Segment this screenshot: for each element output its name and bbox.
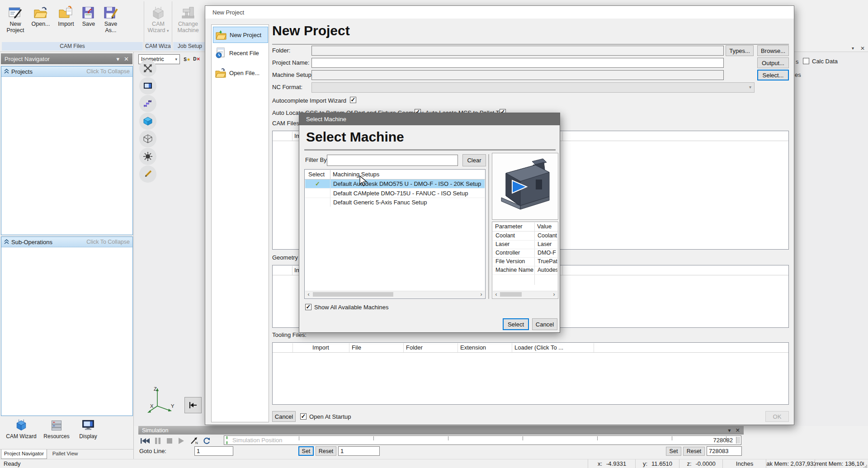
svg-text:Z: Z (154, 386, 157, 392)
save-button[interactable]: Save (79, 4, 99, 42)
simulation-position-slider[interactable]: Simulation Position 728082 (224, 435, 741, 445)
zoom-extents-button[interactable] (139, 60, 156, 77)
nav-item-recent-file[interactable]: Recent File (213, 45, 268, 61)
dialog-ok-button[interactable]: OK (765, 411, 789, 422)
resize-grip[interactable] (863, 463, 867, 467)
calc-data-checkbox[interactable] (803, 58, 809, 64)
scroll-right-icon[interactable]: › (551, 291, 557, 298)
resources-launcher[interactable]: Resources (42, 418, 71, 446)
col-machining-setups[interactable]: Machining Setups (333, 171, 482, 178)
col-select[interactable]: Select (308, 171, 327, 178)
nc-format-combo[interactable]: ▾ (311, 82, 755, 93)
change-machine-button[interactable]: Change Machine (174, 4, 203, 42)
snapshot-icon[interactable]: S★ (183, 55, 192, 64)
save-as-button[interactable]: Save As... (99, 4, 122, 42)
scroll-right-icon[interactable]: › (478, 291, 485, 298)
machine-setup-input[interactable] (311, 70, 724, 80)
tooling-files-table[interactable]: Import File Folder Extension Loader (Cli… (272, 342, 789, 405)
machine-select-button[interactable]: Select... (757, 70, 789, 80)
panel-close-icon[interactable]: ✕ (860, 45, 865, 52)
wireframe-view-button[interactable] (139, 130, 156, 147)
nav-item-open-file[interactable]: Open File... (213, 65, 268, 81)
projects-header[interactable]: Projects Click To Collapse (1, 66, 132, 77)
col-value[interactable]: Value (537, 223, 558, 230)
filter-by-label: Filter By: (305, 156, 328, 163)
calc-data-label: Calc Data (812, 58, 838, 65)
check-icon: ✓ (301, 413, 306, 420)
types-button[interactable]: Types... (726, 45, 754, 56)
col-file[interactable]: File (352, 344, 402, 351)
set-end-button[interactable]: Set (666, 447, 681, 456)
select-machine-cancel-button[interactable]: Cancel (532, 318, 557, 330)
select-machine-select-button[interactable]: Select (503, 318, 529, 330)
set-button[interactable]: Set (298, 446, 314, 456)
sub-operations-tree[interactable] (1, 247, 132, 426)
pause-button[interactable] (155, 437, 161, 446)
scroll-left-icon[interactable]: ‹ (305, 291, 312, 298)
machine-row-selected[interactable]: ✓ Default Autodesk DMO575 U - DMO-F - IS… (305, 180, 485, 188)
steps-view-button[interactable] (139, 95, 156, 112)
dialog-cancel-button[interactable]: Cancel (272, 411, 296, 422)
panel-menu-icon[interactable]: ▾ (728, 427, 731, 434)
show-all-machines-checkbox[interactable]: ✓ (305, 304, 311, 310)
screen-view-button[interactable] (139, 77, 156, 95)
sketch-button[interactable] (139, 165, 156, 183)
light-button[interactable] (139, 148, 156, 165)
line-value-input[interactable] (338, 446, 380, 456)
sub-operations-header[interactable]: Sub-Operations Click To Collapse (1, 237, 132, 247)
slider-end-handle[interactable] (736, 437, 740, 444)
new-project-button[interactable]: New Project (3, 4, 28, 42)
open-button[interactable]: Open... (28, 4, 53, 42)
machine-list-hscrollbar[interactable]: ‹ › (305, 291, 485, 298)
panel-close-icon[interactable]: ✕ (124, 56, 129, 62)
cam-wizard-launcher[interactable]: CAM Wizard (5, 418, 38, 446)
import-button[interactable]: Import (53, 4, 79, 42)
delete-view-icon[interactable]: D✕ (193, 55, 201, 63)
rewind-button[interactable] (140, 437, 150, 446)
stop-button[interactable] (166, 438, 173, 445)
clear-button[interactable]: Clear (462, 154, 486, 166)
reset-end-button[interactable]: Reset (683, 447, 705, 456)
parameter-table-hscrollbar[interactable]: ‹ › (493, 291, 557, 298)
shaded-view-button[interactable] (139, 113, 156, 130)
save-as-icon (99, 4, 122, 21)
output-button[interactable]: Output... (757, 57, 789, 68)
panel-menu-icon[interactable]: ▾ (852, 46, 854, 51)
col-parameter[interactable]: Parameter (495, 223, 533, 230)
reset-view-button[interactable] (184, 397, 202, 413)
panel-close-icon[interactable]: ✕ (736, 427, 740, 434)
display-launcher[interactable]: Display (74, 418, 102, 446)
slider-cursor[interactable] (226, 436, 227, 444)
col-loader[interactable]: Loader (Click To ... (514, 344, 591, 351)
cam-wizard-button[interactable]: CAM Wizard ▾ (146, 4, 171, 42)
folder-label: Folder: (272, 47, 290, 54)
autocomplete-checkbox[interactable]: ✓ (350, 97, 356, 103)
simulation-title: Simulation (142, 427, 168, 434)
col-import[interactable]: Import (292, 344, 349, 351)
tab-pallet-view[interactable]: Pallet View (49, 449, 81, 459)
projects-tree[interactable] (1, 77, 132, 245)
project-name-input[interactable] (311, 58, 724, 68)
play-button[interactable] (178, 437, 184, 446)
folder-input[interactable] (311, 46, 724, 56)
browse-button[interactable]: Browse... (757, 45, 789, 56)
col-extension[interactable]: Extension (460, 344, 511, 351)
step-button[interactable]: N (190, 437, 199, 446)
select-machine-titlebar[interactable]: Select Machine (299, 113, 560, 125)
goto-line-input[interactable] (194, 446, 233, 456)
machine-row[interactable]: Default CAMplete DMO-715U - FANUC - ISO … (305, 189, 485, 198)
filter-input[interactable] (327, 155, 458, 166)
open-at-startup-checkbox[interactable]: ✓ (300, 413, 307, 420)
end-value-input[interactable] (707, 446, 742, 456)
loop-button[interactable] (203, 437, 211, 446)
col-folder[interactable]: Folder (406, 344, 457, 351)
panel-menu-icon[interactable]: ▾ (117, 56, 120, 62)
reset-button[interactable]: Reset (316, 446, 336, 456)
new-project-dialog-titlebar[interactable]: New Project (205, 6, 794, 19)
machine-row[interactable]: Default Generic 5-Axis Fanuc Setup (305, 198, 485, 207)
tab-project-navigator[interactable]: Project Navigator (1, 449, 47, 459)
status-bar: Ready x:-4.9331 y:11.6510 z:-0.0000 Inch… (0, 459, 868, 468)
nav-item-new-project[interactable]: New Project (213, 27, 268, 43)
scroll-left-icon[interactable]: ‹ (493, 291, 500, 298)
splitter[interactable] (488, 154, 489, 299)
